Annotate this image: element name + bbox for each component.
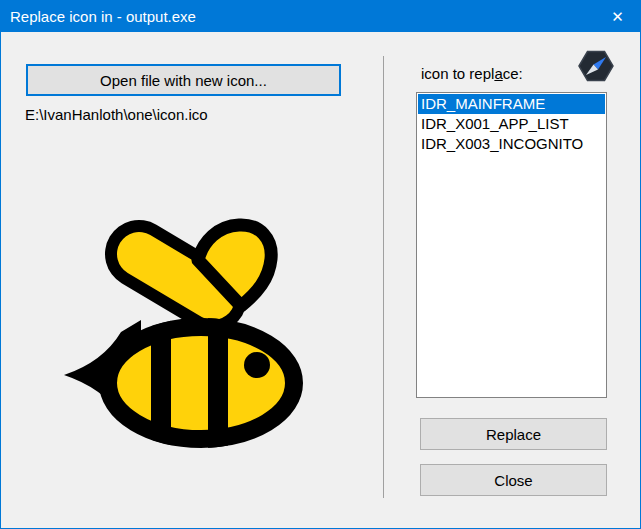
list-item-idr-x001-app-list[interactable]: IDR_X001_APP_LIST: [418, 114, 605, 134]
icon-to-replace-label: icon to replace:: [421, 65, 523, 82]
bee-icon: [61, 218, 311, 456]
title-bar[interactable]: Replace icon in - output.exe: [1, 1, 640, 32]
bee-body: [108, 327, 294, 439]
file-path-label: E:\IvanHanloth\one\icon.ico: [25, 106, 208, 123]
close-icon[interactable]: ✕: [595, 1, 640, 32]
open-file-button[interactable]: Open file with new icon...: [26, 64, 341, 96]
replace-button[interactable]: Replace: [420, 418, 607, 450]
hexagon-compass-icon: [578, 47, 614, 85]
window-title: Replace icon in - output.exe: [1, 8, 196, 25]
icon-listbox[interactable]: IDR_MAINFRAME IDR_X001_APP_LIST IDR_X003…: [416, 92, 607, 398]
list-item-idr-mainframe[interactable]: IDR_MAINFRAME: [418, 94, 605, 114]
close-button[interactable]: Close: [420, 464, 607, 496]
dialog-window: Replace icon in - output.exe ✕ Open file…: [0, 0, 641, 529]
panel-divider: [383, 56, 384, 498]
list-item-idr-x003-incognito[interactable]: IDR_X003_INCOGNITO: [418, 134, 605, 154]
bee-eye: [244, 352, 270, 378]
